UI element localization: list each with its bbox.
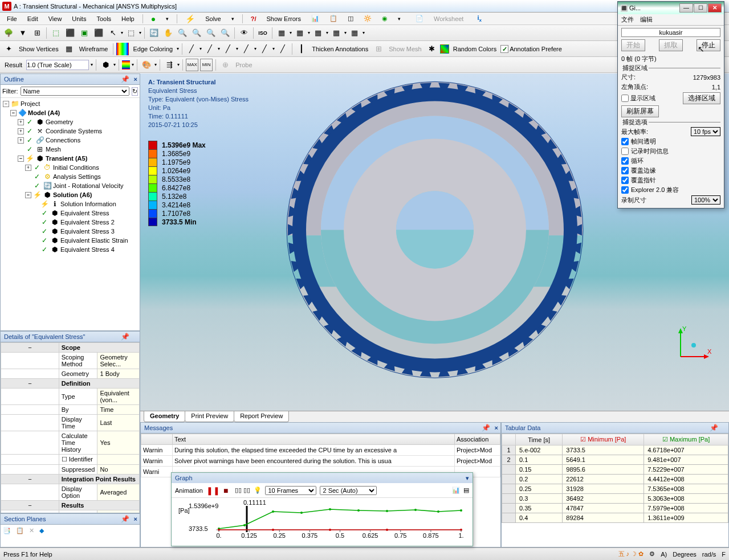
gi-fps-select[interactable]: 10 fps bbox=[691, 127, 720, 136]
stop-icon[interactable]: ■ bbox=[223, 486, 228, 495]
graph-panel[interactable]: Graph ▾ Animation ❚❚ ■ ▯▯ ▯▯ 💡 10 Frames… bbox=[171, 472, 473, 546]
gi-menu-file[interactable]: 文件 bbox=[621, 16, 634, 23]
tab-geometry[interactable]: Geometry bbox=[144, 411, 185, 422]
tb-icon[interactable]: ◉ bbox=[377, 14, 392, 23]
edge-icon[interactable]: ⬛ bbox=[64, 27, 76, 39]
max-icon[interactable]: MAX bbox=[186, 59, 198, 71]
vector-icon[interactable]: ⇶ bbox=[163, 59, 176, 71]
body-icon[interactable]: ⬛ bbox=[92, 27, 105, 39]
thicken[interactable]: Thicken Annotations bbox=[309, 46, 370, 52]
gi-stop-button[interactable]: 停止 bbox=[697, 39, 720, 51]
annot-pref[interactable]: ✓Annotation Prefere bbox=[500, 45, 562, 53]
menu-help[interactable]: Help bbox=[117, 14, 139, 23]
export-icon[interactable]: 📊 bbox=[452, 487, 460, 494]
export-icon[interactable]: ▤ bbox=[463, 487, 469, 494]
wireframe[interactable]: Wireframe bbox=[77, 46, 111, 52]
face-icon[interactable]: ▣ bbox=[78, 27, 91, 39]
gi-menu-edit[interactable]: 编辑 bbox=[640, 16, 653, 23]
gi-grab-button[interactable]: 抓取 bbox=[659, 39, 683, 51]
gi-selarea-button[interactable]: 选择区域 bbox=[683, 92, 720, 104]
tree-icon[interactable]: 🌳 bbox=[2, 27, 15, 39]
pin-icon[interactable]: 📌 bbox=[121, 515, 129, 523]
sp-btn[interactable]: ✕ bbox=[29, 527, 34, 534]
edge-color-icon[interactable] bbox=[116, 43, 129, 55]
random-colors[interactable]: Random Colors bbox=[451, 46, 499, 52]
random-colors-icon[interactable] bbox=[440, 44, 449, 54]
show-vertices[interactable]: Show Vertices bbox=[17, 46, 61, 52]
pin-icon[interactable]: 📌 bbox=[710, 424, 718, 432]
edge-coloring[interactable]: Edge Coloring bbox=[131, 46, 175, 52]
vertex-icon[interactable]: ⬚ bbox=[50, 27, 62, 39]
sp-btn[interactable]: 📑 bbox=[3, 527, 11, 534]
ime-icon[interactable]: 五 ♪ ☽ ✿ bbox=[618, 550, 644, 558]
view-icon[interactable]: ▦ bbox=[330, 27, 343, 39]
cube-icon[interactable]: ⬢ bbox=[99, 59, 112, 71]
view-icon[interactable]: ▦ bbox=[348, 27, 361, 39]
zoom-icon[interactable]: 🔍 bbox=[176, 27, 189, 39]
pin-icon[interactable]: 📌 bbox=[121, 75, 129, 83]
close-icon[interactable]: × bbox=[134, 516, 137, 522]
gi-refresh-button[interactable]: 刷新屏幕 bbox=[621, 105, 659, 117]
gi-start-button[interactable]: 开始 bbox=[621, 39, 645, 51]
gi-titlebar[interactable]: 🔳Gi... — ☐ ✕ bbox=[618, 2, 724, 14]
worksheet-icon[interactable]: 📄 bbox=[411, 14, 428, 23]
tb-icon[interactable]: 📋 bbox=[325, 14, 342, 23]
fit-icon[interactable]: 🔍 bbox=[205, 27, 217, 39]
look-icon[interactable]: 👁 bbox=[238, 27, 250, 39]
show-mesh[interactable]: Show Mesh bbox=[386, 46, 423, 52]
edge-icon[interactable]: ╱ bbox=[240, 43, 252, 55]
wireframe-icon[interactable]: ▦ bbox=[63, 43, 75, 55]
gi-recsize-select[interactable]: 100% bbox=[691, 195, 720, 205]
outline-tree[interactable]: −📁Project −🔷Model (A4) +✓⬢Geometry +✓⤧Co… bbox=[1, 98, 140, 330]
solve-label[interactable]: Solve bbox=[201, 14, 226, 23]
scale-input[interactable] bbox=[26, 60, 89, 70]
mesh-icon[interactable]: ⊞ bbox=[31, 27, 43, 39]
select-icon[interactable]: ⬚ bbox=[125, 27, 137, 39]
gi-time-check[interactable]: 记录时间信息 bbox=[621, 147, 720, 156]
pan-icon[interactable]: ✋ bbox=[162, 27, 174, 39]
probe[interactable]: Probe bbox=[233, 62, 254, 68]
sp-btn[interactable]: ◆ bbox=[39, 527, 44, 534]
gi-exp-check[interactable]: Explorer 2.0 兼容 bbox=[621, 186, 720, 194]
cursor-icon[interactable]: ↖ bbox=[107, 27, 119, 39]
view-icon[interactable]: ▦ bbox=[294, 27, 306, 39]
show-errors-label[interactable]: Show Errors bbox=[262, 14, 306, 23]
solve-icon[interactable]: ⚡ bbox=[181, 13, 199, 24]
run-icon[interactable]: ● bbox=[146, 13, 160, 24]
dropdown-icon[interactable]: ▾ bbox=[466, 475, 469, 482]
probe-icon[interactable]: ⊕ bbox=[219, 59, 231, 71]
gi-showarea-check[interactable]: 显示区域 bbox=[621, 94, 655, 103]
thicken-icon[interactable]: ┃ bbox=[295, 43, 308, 55]
menu-tools[interactable]: Tools bbox=[92, 14, 116, 23]
gi-loop-check[interactable]: 循环 bbox=[621, 157, 720, 165]
contour-icon[interactable] bbox=[122, 60, 130, 70]
vertices-icon[interactable]: ✦ bbox=[2, 43, 15, 55]
pin-icon[interactable]: 📌 bbox=[121, 333, 129, 341]
filter-select[interactable]: Name bbox=[21, 87, 130, 96]
fit-icon[interactable]: 🔍 bbox=[219, 27, 231, 39]
menu-file[interactable]: File bbox=[2, 14, 22, 23]
close-icon[interactable]: × bbox=[134, 76, 137, 83]
close-icon[interactable]: × bbox=[495, 424, 498, 431]
maximize-icon[interactable]: ☐ bbox=[694, 3, 707, 13]
info-icon[interactable]: ix bbox=[473, 13, 486, 24]
minimize-icon[interactable]: — bbox=[679, 3, 693, 13]
menu-view[interactable]: View bbox=[44, 14, 67, 23]
close-icon[interactable]: ✕ bbox=[708, 3, 722, 13]
min-icon[interactable]: MIN bbox=[200, 59, 213, 71]
menu-units[interactable]: Units bbox=[67, 14, 91, 23]
gi-trans-check[interactable]: 帧间透明 bbox=[621, 137, 720, 146]
pause-icon[interactable]: ❚❚ bbox=[206, 486, 220, 495]
tb-icon[interactable]: 🔆 bbox=[359, 14, 376, 23]
tabular-table[interactable]: Time [s] ☑ Minimum [Pa] ☑ Maximum [Pa] 1… bbox=[501, 434, 729, 547]
bulb-icon[interactable]: 💡 bbox=[254, 487, 262, 494]
show-mesh-icon[interactable]: ⊞ bbox=[372, 43, 385, 55]
show-errors-icon[interactable]: ?/ bbox=[246, 14, 261, 23]
gi-window[interactable]: 🔳Gi... — ☐ ✕ 文件 编辑 开始 抓取 停止 ↖ 0 帧 (0 字节)… bbox=[617, 1, 724, 209]
frames-select[interactable]: 10 Frames bbox=[265, 486, 316, 495]
rotate-icon[interactable]: 🔄 bbox=[148, 27, 160, 39]
view-icon[interactable]: ▦ bbox=[312, 27, 324, 39]
edge-icon[interactable]: ╱ bbox=[222, 43, 234, 55]
tb-icon[interactable]: 📊 bbox=[307, 14, 324, 23]
gi-edge-check[interactable]: 覆盖边缘 bbox=[621, 166, 720, 175]
